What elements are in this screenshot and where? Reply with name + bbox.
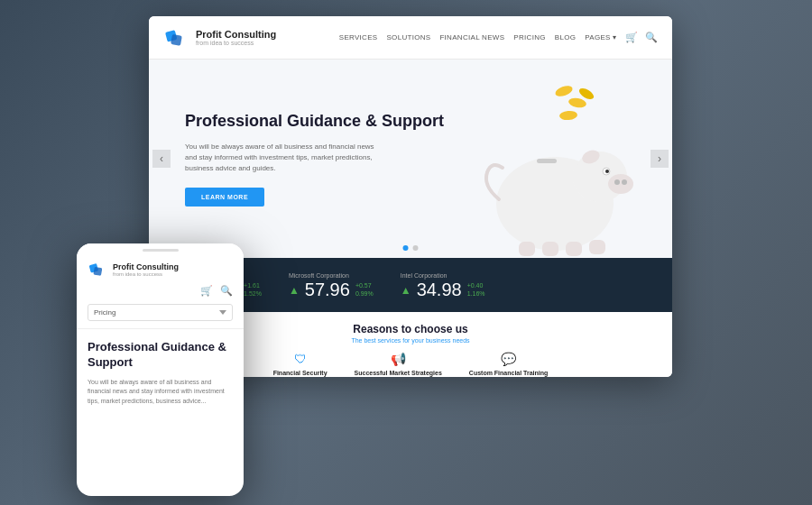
feature-financial-training: 💬 Custom Financial Training 24/7 support [469,351,549,377]
hero-heading: Professional Guidance & Support [185,111,636,132]
intc-price-display: ▲ 34.98 +0.40 1.16% [401,280,485,298]
nav-pages[interactable]: PAGES ▾ [585,33,616,41]
msft-change: +0.57 0.99% [355,281,374,298]
cart-icon[interactable]: 🛒 [625,32,638,43]
svg-rect-15 [519,242,535,256]
desktop-nav-links: SERVICES SOLUTIONS FINANCIAL NEWS PRICIN… [339,33,616,41]
mobile-hero-description: You will be always aware of all business… [88,378,233,407]
search-icon[interactable]: 🔍 [645,32,658,43]
carousel-next-button[interactable]: › [651,150,669,168]
mobile-nav: Profit Consulting from idea to success 🛒… [77,252,244,329]
carousel-dot-2[interactable] [413,245,419,251]
svg-rect-18 [589,240,605,254]
apple-change: +1.61 1.52% [244,281,262,298]
nav-pricing[interactable]: PRICING [513,33,545,41]
intc-change: +0.40 1.16% [467,281,485,298]
svg-point-3 [567,96,586,108]
hero-cta-button[interactable]: LEARN MORE [185,188,264,207]
desktop-logo: Profit Consulting from idea to success [163,25,276,50]
intc-arrow: ▲ [401,285,411,296]
nav-blog[interactable]: BLOG [555,33,576,41]
feature-market-strategies: 📢 Successful Market Strategies market da… [355,351,442,377]
mobile-pricing-select[interactable]: Pricing [88,304,233,321]
svg-rect-17 [566,242,582,256]
mobile-notch-bar [143,249,179,252]
shield-icon: 🛡 [292,351,309,367]
ticker-item-msft: Microsoft Corporation ▲ 57.96 +0.57 0.99… [289,272,374,298]
mobile-content: Professional Guidance & Support You will… [77,329,244,417]
mobile-mockup: Profit Consulting from idea to success 🛒… [77,243,244,496]
mobile-nav-icons: 🛒 🔍 [88,285,233,297]
megaphone-icon: 📢 [390,351,406,367]
desktop-nav: Profit Consulting from idea to success S… [149,16,672,60]
carousel-prev-button[interactable]: ‹ [152,150,171,168]
hero-description: You will be always aware of all business… [185,142,383,174]
feature-financial-security: 🛡 Financial Security personal finance [273,351,328,377]
mobile-notch [77,243,244,252]
desktop-logo-text: Profit Consulting from idea to success [196,29,276,46]
mobile-cart-icon[interactable]: 🛒 [200,285,213,297]
msft-price-display: ▲ 57.96 +0.57 0.99% [289,280,374,298]
nav-services[interactable]: SERVICES [339,33,378,41]
chat-icon: 💬 [501,351,517,367]
carousel-dot-1[interactable] [403,245,409,251]
desktop-nav-icons: 🛒 🔍 [625,32,658,43]
mobile-logo-icon [88,260,107,280]
svg-point-2 [554,84,574,98]
mobile-hero-heading: Professional Guidance & Support [88,340,233,371]
logo-icon [163,25,189,50]
nav-financial-news[interactable]: FINANCIAL NEWS [439,33,504,41]
hero-content: Professional Guidance & Support You will… [185,111,636,206]
msft-arrow: ▲ [289,285,300,296]
nav-solutions[interactable]: SOLUTIONS [386,33,430,41]
mobile-logo-text: Profit Consulting from idea to success [113,262,179,277]
ticker-item-intc: Intel Corporation ▲ 34.98 +0.40 1.16% [401,272,485,298]
mobile-logo: Profit Consulting from idea to success [88,260,233,280]
svg-rect-16 [542,242,558,256]
desktop-hero: ‹ Professional Guidance & Support You wi… [149,60,672,258]
mobile-search-icon[interactable]: 🔍 [220,285,233,297]
carousel-dots [403,245,419,251]
svg-rect-1 [171,34,182,46]
svg-rect-20 [93,267,102,276]
